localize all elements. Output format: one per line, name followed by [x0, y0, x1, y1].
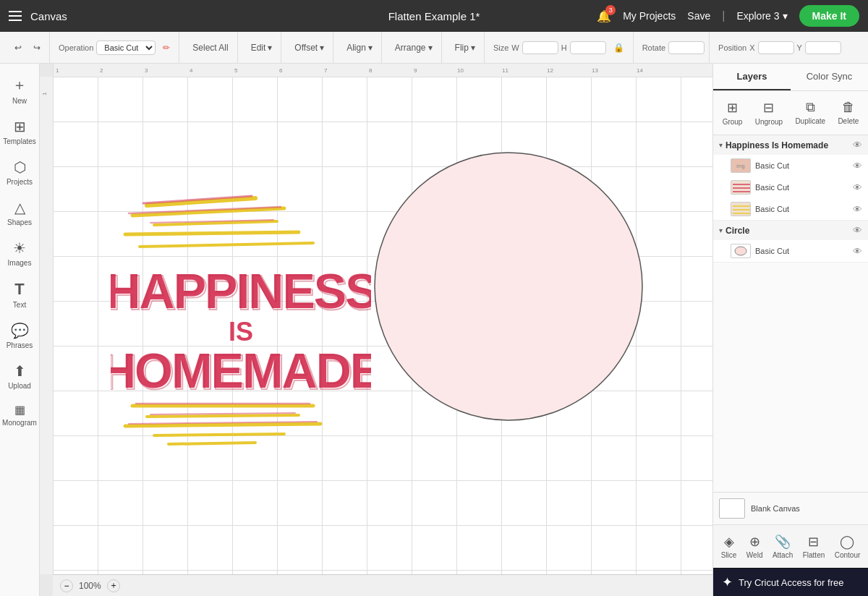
chevron-down-icon: ▾	[719, 141, 723, 149]
rotate-input[interactable]	[668, 41, 705, 54]
images-icon: ☀	[13, 239, 26, 257]
zoom-bar: − 100% ＋	[53, 574, 712, 596]
flip-group: Flip ▾	[446, 32, 485, 63]
sidebar-item-templates[interactable]: ⊞ Templates	[2, 112, 37, 151]
svg-line-32	[147, 415, 299, 417]
tab-layers[interactable]: Layers	[713, 64, 791, 90]
rotate-group: Rotate	[638, 32, 710, 63]
cricut-access-text: Try Cricut Access for free	[739, 577, 843, 588]
y-input[interactable]	[805, 41, 841, 54]
shapes-icon: △	[14, 199, 25, 216]
attach-button[interactable]: 📎 Attach	[768, 531, 797, 562]
select-all-button[interactable]: Select All	[188, 40, 232, 56]
visibility-toggle[interactable]: 👁	[853, 161, 862, 171]
phrases-icon: 💬	[11, 322, 29, 339]
visibility-toggle[interactable]: 👁	[853, 182, 862, 193]
save-button[interactable]: Save	[687, 10, 710, 22]
position-label: Position	[718, 43, 746, 52]
notification-badge: 3	[605, 5, 616, 15]
slice-button[interactable]: ◈ Slice	[717, 531, 741, 562]
tab-color-sync[interactable]: Color Sync	[791, 64, 868, 90]
layer-item[interactable]: Basic Cut 👁	[713, 198, 868, 220]
ruler-top: 1 2 3 4 5 6 7 8 9 10 11 12 13 14	[53, 64, 712, 77]
sidebar-item-new[interactable]: ＋ New	[2, 69, 37, 111]
svg-line-34	[154, 434, 284, 435]
ungroup-button[interactable]: ⊟ Ungroup	[751, 97, 787, 129]
weld-button[interactable]: ⊕ Weld	[742, 531, 767, 562]
svg-text:HOMEMADE: HOMEMADE	[111, 344, 371, 399]
layer-thumbnail	[731, 180, 751, 195]
new-icon: ＋	[12, 75, 27, 95]
width-input[interactable]	[522, 41, 558, 54]
flip-button[interactable]: Flip ▾	[451, 40, 480, 56]
canvas-area[interactable]: 1 2 3 4 5 6 7 8 9 10 11 12 13 14 1	[40, 64, 712, 596]
align-button[interactable]: Align ▾	[342, 40, 377, 56]
circle-design[interactable]	[371, 149, 646, 424]
lock-aspect-button[interactable]: 🔒	[609, 40, 629, 56]
height-input[interactable]	[570, 41, 606, 54]
duplicate-button[interactable]: ⧉ Duplicate	[791, 97, 830, 129]
undo-button[interactable]: ↩	[10, 40, 26, 56]
panel-tabs: Layers Color Sync	[713, 64, 868, 91]
sidebar-item-phrases[interactable]: 💬 Phrases	[2, 316, 37, 355]
layer-group-circle-header[interactable]: ▾ Circle 👁	[713, 221, 868, 240]
visibility-toggle[interactable]: 👁	[853, 204, 862, 215]
zoom-minus-button[interactable]: −	[60, 579, 73, 592]
blank-canvas-row: Blank Canvas	[713, 492, 868, 524]
zoom-plus-button[interactable]: ＋	[107, 579, 120, 592]
sidebar-item-text[interactable]: T Text	[2, 274, 37, 315]
sidebar-item-projects[interactable]: ⬡ Projects	[2, 153, 37, 192]
sidebar-item-upload[interactable]: ⬆ Upload	[2, 357, 37, 396]
edit-group: Edit ▾	[242, 32, 282, 63]
visibility-toggle[interactable]: 👁	[853, 246, 862, 257]
make-it-button[interactable]: Make It	[799, 5, 859, 27]
redo-button[interactable]: ↪	[29, 40, 45, 56]
svg-text:1: 1	[41, 92, 48, 95]
svg-text:13: 13	[592, 67, 598, 74]
svg-text:2: 2	[100, 67, 103, 74]
hamburger-menu[interactable]	[9, 11, 22, 21]
svg-text:12: 12	[547, 67, 553, 74]
panel-actions: ⊞ Group ⊟ Ungroup ⧉ Duplicate 🗑 Delete	[713, 91, 868, 135]
svg-text:10: 10	[457, 67, 464, 74]
offset-button[interactable]: Offset ▾	[290, 40, 328, 56]
layer-item[interactable]: img Basic Cut 👁	[713, 155, 868, 176]
svg-line-22	[140, 243, 313, 247]
top-navigation: Canvas Flatten Example 1* 🔔 3 My Project…	[0, 0, 868, 32]
layer-item[interactable]: Basic Cut 👁	[713, 240, 868, 262]
weld-icon: ⊕	[749, 534, 760, 550]
slice-icon: ◈	[724, 534, 734, 550]
group-button[interactable]: ⊞ Group	[718, 97, 747, 129]
rotate-label: Rotate	[642, 43, 665, 52]
sidebar-item-images[interactable]: ☀ Images	[2, 234, 37, 273]
my-projects-link[interactable]: My Projects	[623, 10, 676, 22]
svg-text:HAPPINESS: HAPPINESS	[111, 265, 371, 320]
happiness-design[interactable]: HAPPINESS IS HOMEMADE HAPPINESS HOMEMADE	[111, 163, 371, 453]
flatten-button[interactable]: ⊟ Flatten	[799, 531, 830, 562]
upload-icon: ⬆	[14, 362, 26, 380]
position-group: Position X Y	[714, 32, 846, 63]
visibility-toggle-happiness[interactable]: 👁	[853, 140, 862, 150]
svg-line-21	[125, 232, 299, 234]
edit-color-button[interactable]: ✏	[158, 40, 174, 56]
x-input[interactable]	[758, 41, 794, 54]
sidebar-item-shapes[interactable]: △ Shapes	[2, 193, 37, 232]
notifications-bell[interactable]: 🔔 3	[597, 9, 611, 23]
visibility-toggle-circle[interactable]: 👁	[853, 225, 862, 236]
cricut-access-bar[interactable]: ✦ Try Cricut Access for free	[713, 568, 868, 596]
layer-item[interactable]: Basic Cut 👁	[713, 176, 868, 198]
contour-button[interactable]: ◯ Contour	[830, 531, 865, 562]
svg-line-35	[169, 443, 255, 444]
operation-select[interactable]: Basic Cut	[96, 41, 156, 55]
size-label: Size	[493, 43, 509, 52]
explore-button[interactable]: Explore 3 ▾	[736, 10, 787, 22]
svg-rect-16	[40, 77, 53, 574]
chevron-down-icon: ▾	[719, 226, 723, 234]
blank-canvas-label: Blank Canvas	[751, 504, 800, 513]
layer-group-happiness-header[interactable]: ▾ Happiness Is Homemade 👁	[713, 135, 868, 155]
delete-button[interactable]: 🗑 Delete	[833, 97, 863, 129]
layer-group-circle: ▾ Circle 👁 Basic Cut 👁	[713, 221, 868, 263]
edit-button[interactable]: Edit ▾	[247, 40, 277, 56]
arrange-button[interactable]: Arrange ▾	[391, 40, 437, 56]
sidebar-item-monogram[interactable]: ▦ Monogram	[2, 397, 37, 433]
